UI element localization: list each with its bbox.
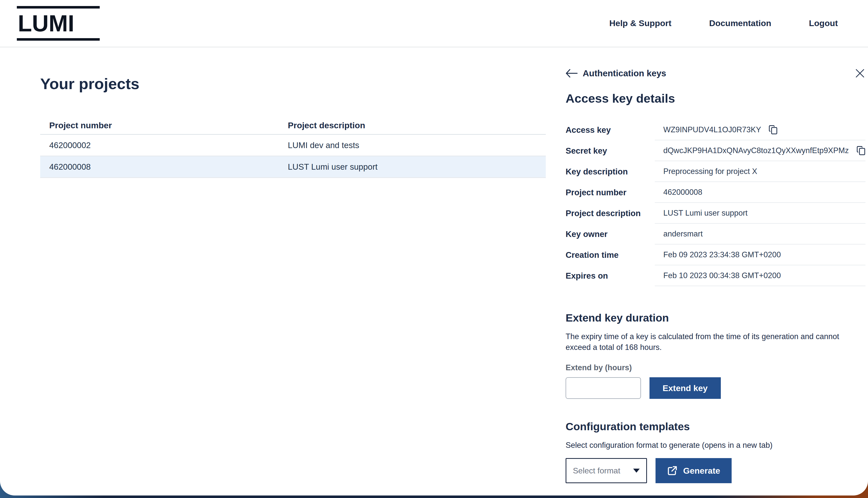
detail-value-cell: dQwcJKP9HA1DxQNAvyC8toz1QyXXwynfEtp9XPMz bbox=[655, 140, 866, 161]
nav-logout[interactable]: Logout bbox=[809, 18, 838, 28]
detail-row-project-description: Project description LUST Lumi user suppo… bbox=[566, 203, 866, 224]
templates-controls: Select format Generate bbox=[566, 458, 866, 483]
page-card: LUMI Help & Support Documentation Logout… bbox=[0, 0, 868, 496]
access-key-value: WZ9INPUDV4L1OJ0R73KY bbox=[663, 125, 761, 134]
col-header-project-number: Project number bbox=[40, 120, 279, 130]
detail-row-expires-on: Expires on Feb 10 2023 00:34:38 GMT+0200 bbox=[566, 265, 866, 286]
detail-row-access-key: Access key WZ9INPUDV4L1OJ0R73KY bbox=[566, 119, 866, 140]
detail-label: Key description bbox=[566, 161, 655, 182]
detail-value: LUST Lumi user support bbox=[655, 203, 866, 224]
key-details-list: Access key WZ9INPUDV4L1OJ0R73KY Secret k… bbox=[566, 119, 866, 286]
detail-label: Access key bbox=[566, 119, 655, 140]
detail-label: Secret key bbox=[566, 140, 655, 161]
logo-text: LUMI bbox=[17, 9, 100, 38]
top-nav: Help & Support Documentation Logout bbox=[609, 18, 838, 28]
table-row-project-462000002[interactable]: 462000002 LUMI dev and tests bbox=[40, 135, 546, 156]
panel-breadcrumb: Authentication keys bbox=[583, 68, 666, 78]
detail-row-key-owner: Key owner andersmart bbox=[566, 224, 866, 245]
extend-hours-label: Extend by (hours) bbox=[566, 363, 866, 372]
detail-label: Project description bbox=[566, 203, 655, 224]
close-icon bbox=[855, 68, 865, 78]
detail-label: Expires on bbox=[566, 265, 655, 286]
logo-top-bar bbox=[17, 6, 100, 9]
copy-icon bbox=[768, 125, 778, 135]
top-header: LUMI Help & Support Documentation Logout bbox=[0, 0, 868, 48]
panel-header: Authentication keys bbox=[566, 68, 866, 79]
cell-project-description: LUMI dev and tests bbox=[279, 141, 546, 150]
detail-value: 462000008 bbox=[655, 182, 866, 203]
format-select[interactable]: Select format bbox=[566, 458, 647, 483]
detail-value: andersmart bbox=[655, 224, 866, 245]
projects-table-header: Project number Project description bbox=[40, 117, 546, 135]
close-button[interactable] bbox=[854, 68, 866, 79]
format-select-value: Select format bbox=[573, 466, 620, 475]
nav-help-support[interactable]: Help & Support bbox=[609, 18, 671, 28]
detail-label: Creation time bbox=[566, 245, 655, 265]
extend-key-section: Extend key duration The expiry time of a… bbox=[566, 312, 866, 399]
secret-key-value: dQwcJKP9HA1DxQNAvyC8toz1QyXXwynfEtp9XPMz bbox=[663, 146, 849, 155]
col-header-project-description: Project description bbox=[279, 120, 546, 130]
page-title: Your projects bbox=[40, 75, 546, 93]
extend-key-button-label: Extend key bbox=[663, 383, 708, 393]
external-link-icon bbox=[667, 466, 678, 476]
chevron-down-icon bbox=[633, 469, 640, 473]
detail-value: Preprocessing for project X bbox=[655, 161, 866, 182]
access-key-panel: Authentication keys Access key details A… bbox=[546, 48, 868, 494]
detail-label: Project number bbox=[566, 182, 655, 203]
detail-label: Key owner bbox=[566, 224, 655, 245]
nav-documentation[interactable]: Documentation bbox=[709, 18, 771, 28]
cell-project-description: LUST Lumi user support bbox=[279, 162, 546, 172]
extend-hours-input[interactable] bbox=[566, 377, 641, 399]
cell-project-number: 462000002 bbox=[40, 141, 279, 150]
generate-button-label: Generate bbox=[683, 466, 720, 476]
detail-row-key-description: Key description Preprocessing for projec… bbox=[566, 161, 866, 182]
generate-button[interactable]: Generate bbox=[656, 458, 731, 483]
copy-icon bbox=[856, 146, 866, 156]
back-arrow-icon bbox=[566, 69, 578, 78]
extend-controls: Extend key bbox=[566, 377, 866, 399]
main-area: Your projects Project number Project des… bbox=[0, 48, 868, 494]
detail-value: Feb 10 2023 00:34:38 GMT+0200 bbox=[655, 265, 866, 286]
templates-section-title: Configuration templates bbox=[566, 420, 866, 433]
detail-row-secret-key: Secret key dQwcJKP9HA1DxQNAvyC8toz1QyXXw… bbox=[566, 140, 866, 161]
projects-table: Project number Project description 46200… bbox=[40, 117, 546, 178]
projects-section: Your projects Project number Project des… bbox=[0, 48, 546, 494]
copy-secret-key-button[interactable] bbox=[856, 146, 866, 156]
cell-project-number: 462000008 bbox=[40, 162, 279, 172]
detail-value: Feb 09 2023 23:34:38 GMT+0200 bbox=[655, 245, 866, 265]
table-row-project-462000008[interactable]: 462000008 LUST Lumi user support bbox=[40, 156, 546, 178]
copy-access-key-button[interactable] bbox=[768, 125, 778, 135]
detail-value-cell: WZ9INPUDV4L1OJ0R73KY bbox=[655, 119, 866, 140]
logo-bottom-bar bbox=[17, 38, 100, 41]
back-button[interactable] bbox=[566, 68, 580, 79]
panel-title: Access key details bbox=[566, 91, 866, 105]
configuration-templates-section: Configuration templates Select configura… bbox=[566, 420, 866, 483]
extend-section-description: The expiry time of a key is calculated f… bbox=[566, 331, 860, 353]
extend-section-title: Extend key duration bbox=[566, 312, 866, 324]
lumi-logo[interactable]: LUMI bbox=[17, 6, 100, 41]
detail-row-project-number: Project number 462000008 bbox=[566, 182, 866, 203]
extend-key-button[interactable]: Extend key bbox=[649, 377, 721, 399]
detail-row-creation-time: Creation time Feb 09 2023 23:34:38 GMT+0… bbox=[566, 245, 866, 265]
templates-section-caption: Select configuration format to generate … bbox=[566, 440, 860, 450]
